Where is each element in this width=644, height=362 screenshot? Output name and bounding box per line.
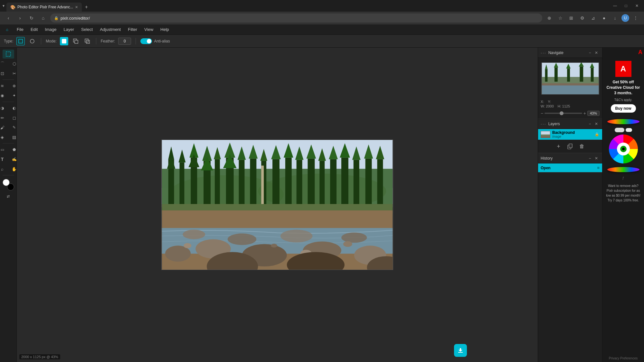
top-ring — [607, 119, 639, 124]
profile-btn[interactable]: ● — [600, 14, 609, 23]
history-open-icon: ≡ — [597, 165, 600, 170]
color-swatches[interactable] — [3, 179, 14, 190]
swap-colors-btn[interactable]: ⇄ — [3, 192, 14, 201]
tool-crop[interactable]: ⊡ — [0, 69, 8, 78]
layers-ext-btn[interactable]: ⊞ — [567, 14, 576, 23]
tool-rect-shape[interactable]: ▭ — [0, 145, 8, 154]
fg-color-swatch[interactable] — [3, 179, 10, 186]
layers-minimize-btn[interactable]: − — [587, 121, 593, 127]
divider-3 — [136, 38, 136, 44]
download-fab[interactable] — [454, 344, 467, 357]
menu-filter[interactable]: Filter — [125, 26, 140, 33]
layers-panel-menu[interactable]: ··· — [541, 121, 546, 126]
menu-help[interactable]: Help — [157, 26, 172, 33]
navigate-thumbnail — [541, 62, 599, 95]
tool-brush[interactable]: 🖌 — [0, 123, 8, 132]
navigate-close-btn[interactable]: ✕ — [593, 50, 600, 56]
mode-add-btn[interactable] — [60, 37, 68, 45]
adobe-buy-btn[interactable]: Buy now — [611, 104, 636, 113]
ellipse-select-btn[interactable] — [28, 37, 36, 45]
menu-file[interactable]: File — [14, 26, 27, 33]
cloud-2 — [626, 128, 632, 132]
translate-btn[interactable]: ⊿ — [589, 14, 598, 23]
privacy-link[interactable]: Privacy Preferences — [606, 355, 640, 362]
nav-panel-menu[interactable]: ··· — [541, 50, 546, 55]
delete-layer-btn[interactable]: 🗑 — [578, 143, 586, 150]
download-nav-btn[interactable]: ↓ — [611, 14, 620, 23]
svg-rect-87 — [580, 67, 583, 82]
duplicate-layer-btn[interactable] — [566, 143, 574, 150]
menu-btn[interactable]: ⋮ — [631, 14, 640, 23]
menu-layer[interactable]: Layer — [61, 26, 78, 33]
canvas-area[interactable]: 644 x 362 px @ 43% — [17, 48, 538, 362]
menu-edit[interactable]: Edit — [27, 26, 41, 33]
tool-blur[interactable]: ◉ — [0, 91, 8, 100]
tool-marquee[interactable] — [3, 50, 14, 59]
menu-view[interactable]: View — [141, 26, 156, 33]
history-close-btn[interactable]: ✕ — [593, 155, 600, 162]
tool-lasso[interactable]: ⌒ — [0, 59, 8, 68]
zoom-in-btn[interactable]: + — [583, 111, 586, 116]
svg-rect-7 — [6, 52, 11, 56]
svg-rect-41 — [308, 159, 315, 207]
menu-adjustment[interactable]: Adjustment — [97, 26, 124, 33]
tool-pen[interactable]: ✏ — [0, 113, 8, 122]
browser-navbar: ‹ › ↻ ⌂ 🔒 pixlr.com/editor/ ⊕ ☆ ⊞ ⚙ ⊿ ● … — [0, 12, 644, 24]
ad-wheel — [609, 135, 638, 163]
extensions-btn[interactable]: ⊕ — [545, 14, 554, 23]
zoom-slider[interactable] — [545, 113, 582, 114]
tool-dodge[interactable]: ◑ — [0, 104, 8, 113]
nav-xy-row: X: Y: — [538, 99, 602, 104]
maximize-btn[interactable]: □ — [621, 1, 630, 10]
zoom-thumb[interactable] — [560, 111, 564, 115]
tool-divider-2 — [3, 102, 14, 102]
svg-rect-29 — [239, 160, 245, 207]
navigate-minimize-btn[interactable]: − — [587, 50, 593, 56]
layer-lock-icon: 🔒 — [594, 132, 600, 137]
history-minimize-btn[interactable]: − — [587, 155, 593, 162]
tool-zoom[interactable]: ⌕ — [0, 164, 8, 173]
tool-divider-3 — [3, 143, 14, 144]
refresh-btn[interactable]: ↻ — [27, 14, 36, 23]
settings-btn[interactable]: ⚙ — [578, 14, 587, 23]
layers-actions: + 🗑 — [538, 140, 602, 153]
forward-btn[interactable]: › — [15, 14, 24, 23]
pixlr-icon-area: ƒ — [621, 174, 626, 181]
bookmark-btn[interactable]: ☆ — [556, 14, 565, 23]
zoom-percent: 43% — [587, 111, 600, 116]
active-tab[interactable]: 🎨 Photo Editor Pixlr Free Advanc... ✕ — [6, 3, 82, 12]
mode-int-btn[interactable] — [83, 37, 91, 45]
ad-eye — [617, 143, 630, 155]
tool-fill[interactable]: ◈ — [0, 133, 8, 142]
add-layer-btn[interactable]: + — [555, 143, 563, 150]
menu-image[interactable]: Image — [42, 26, 60, 33]
minimize-btn[interactable]: — — [611, 1, 620, 10]
svg-rect-2 — [62, 39, 66, 43]
adobe-ad: A Get 50% off Creative Cloud for 3 month… — [602, 57, 644, 116]
tab-dropdown-btn[interactable]: ▾ — [3, 4, 5, 8]
new-tab-btn[interactable]: + — [82, 3, 91, 12]
menu-select[interactable]: Select — [78, 26, 96, 33]
antialias-toggle[interactable]: Anti-alias — [140, 38, 170, 44]
layer-item-background[interactable]: Background Image 🔒 — [538, 129, 602, 140]
avatar-btn[interactable]: U — [621, 14, 629, 22]
address-bar[interactable]: 🔒 pixlr.com/editor/ — [50, 14, 542, 23]
tab-close-btn[interactable]: ✕ — [75, 5, 78, 9]
mode-sub-btn[interactable] — [71, 37, 80, 45]
home-btn[interactable]: ⌂ — [39, 14, 48, 23]
feather-input[interactable]: 0 — [118, 38, 131, 45]
close-btn[interactable]: ✕ — [632, 1, 641, 10]
adobe-logo-block: A — [615, 61, 631, 77]
app-home-btn[interactable]: ⌂ — [3, 25, 12, 34]
history-item-open[interactable]: Open ≡ — [538, 163, 602, 172]
svg-rect-85 — [567, 69, 570, 82]
back-btn[interactable]: ‹ — [4, 14, 13, 23]
canvas-status: 644 x 362 px @ 43% — [19, 354, 60, 359]
layers-close-btn[interactable]: ✕ — [593, 121, 600, 127]
tool-heal[interactable]: ≋ — [0, 81, 8, 90]
rect-select-btn[interactable] — [16, 37, 25, 45]
zoom-out-btn[interactable]: − — [541, 111, 543, 116]
svg-point-71 — [271, 244, 277, 247]
menu-bar: ⌂ File Edit Image Layer Select Adjustmen… — [0, 24, 644, 35]
tool-text[interactable]: T — [0, 155, 8, 164]
